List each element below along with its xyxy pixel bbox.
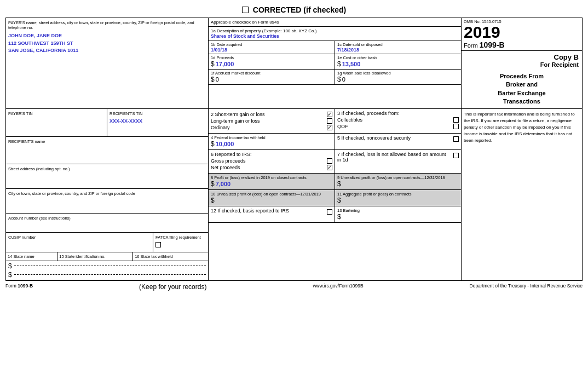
qof-checkbox[interactable]: [453, 124, 459, 129]
noncovered-cell: 5 If checked, noncovered security: [335, 134, 461, 149]
qof-row: QOF: [337, 124, 459, 129]
date-sold-label: 1c Date sold or disposed: [337, 42, 459, 47]
reported-cell: 6 Reported to IRS: Gross proceeds Net pr…: [209, 150, 335, 173]
footer: Form 1099-B (Keep for your records) www.…: [5, 283, 583, 291]
federal-tax-row: 4 Federal income tax withheld $ 10,000 5…: [209, 134, 461, 150]
short-term-row: 2 Short-term gain or loss: [211, 112, 332, 117]
ordinary-row: Ordinary: [211, 125, 332, 130]
profit-row: 8 Profit or (loss) realized in 2019 on c…: [209, 174, 461, 190]
ordinary-checkbox[interactable]: [327, 125, 332, 130]
form-top: PAYER'S name, street address, city or to…: [6, 18, 582, 109]
state-id-cell: 15 State identification no.: [57, 252, 133, 261]
proceeds-cell: 1d Proceeds $ 17,000: [209, 54, 335, 69]
basis-reported-checkbox[interactable]: [327, 209, 332, 215]
fatca-checkbox[interactable]: [155, 242, 161, 247]
basis-reported-label: 12 If checked, basis reported to IRS: [211, 208, 325, 214]
long-term-checkbox[interactable]: [327, 118, 332, 124]
state-name-cell: 14 State name: [6, 252, 57, 261]
cost-basis-label: 1e Cost or other basis: [337, 55, 459, 60]
bartering-value-row: $: [337, 213, 459, 221]
state-dollar1: $: [8, 262, 12, 270]
fatca-label: FATCA filing requirement: [155, 235, 201, 240]
footer-keep: (Keep for your records): [139, 283, 206, 291]
collectibles-checkbox[interactable]: [453, 117, 459, 123]
profit-2019-value-row: $ 7,000: [211, 180, 332, 188]
page-wrapper: CORRECTED (if checked) PAYER'S name, str…: [5, 5, 583, 291]
copy-b-block: Copy B For Recipient: [462, 51, 582, 70]
date-row: 1b Date acquired 1/01/18 1c Date sold or…: [209, 41, 461, 54]
short-term-checkbox[interactable]: [327, 112, 332, 117]
accrued-amount: 0: [216, 76, 219, 83]
unrealized-open-value-row: $: [337, 180, 459, 188]
copy-b-sub: For Recipient: [465, 61, 579, 68]
street-address-label: Street address (including apt. no.): [8, 166, 206, 171]
recipient-tin-label: RECIPIENT'S TIN: [109, 111, 206, 116]
date-sold-value: 7/18/2018: [337, 47, 459, 53]
cost-basis-dollar: $: [337, 60, 341, 68]
main-form: PAYER'S name, street address, city or to…: [5, 18, 583, 281]
dollar-row-2: $: [8, 271, 206, 279]
net-proceeds-row: Net proceeds: [211, 165, 332, 170]
date-acquired-label: 1b Date acquired: [211, 42, 332, 47]
loss-not-allowed-row: 7 If checked, loss is not allowed based …: [337, 152, 459, 163]
unrealized-2019-label: 10 Unrealized profit or (loss) on open c…: [211, 192, 332, 197]
account-number-row: Account number (see instructions): [6, 214, 208, 233]
corrected-label: CORRECTED (if checked): [253, 5, 346, 14]
loss-not-allowed-cell: 7 If checked, loss is not allowed based …: [335, 150, 461, 173]
ordinary-label: Ordinary: [211, 125, 325, 130]
federal-tax-dollar: $: [211, 140, 215, 148]
aggregate-dollar: $: [337, 197, 341, 204]
applicable-checkbox-row: Applicable checkbox on Form 8949: [209, 18, 461, 27]
footer-website: www.irs.gov/Form1099B: [313, 283, 363, 291]
title-line4: Transactions: [465, 97, 579, 106]
state-id-label: 15 State identification no.: [59, 254, 131, 259]
account-number-label: Account number (see instructions): [8, 216, 206, 221]
gain-loss-row: 2 Short-term gain or loss Long-term gain…: [209, 109, 461, 134]
recipient-tin-cell: RECIPIENT'S TIN XXX-XX-XXXX: [107, 109, 208, 136]
recipient-tin-value: XXX-XX-XXXX: [109, 118, 206, 124]
title-line2: Broker and: [465, 80, 579, 89]
proceeds-value-row: $ 17,000: [211, 60, 332, 68]
omb-year-row: 2019: [464, 24, 500, 41]
accrued-label: 1f Accrued market discount: [211, 71, 332, 76]
tin-row: PAYER'S TIN RECIPIENT'S TIN XXX-XX-XXXX: [6, 109, 208, 137]
corrected-checkbox[interactable]: [242, 7, 249, 13]
noncovered-checkbox[interactable]: [453, 136, 459, 142]
proceeds-label: 1d Proceeds: [211, 55, 332, 60]
form-label: Form: [464, 42, 478, 49]
left-body: PAYER'S TIN RECIPIENT'S TIN XXX-XX-XXXX …: [6, 109, 209, 280]
wash-sale-cell: 1g Wash sale loss disallowed $ 0: [335, 70, 461, 84]
unrealized-open-cell: 9 Unrealized profit or (loss) on open co…: [335, 174, 461, 189]
dollar-row-1: $: [8, 262, 206, 270]
middle-section: Applicable checkbox on Form 8949 1a Desc…: [209, 18, 462, 108]
federal-tax-amount: 10,000: [216, 141, 234, 147]
description-row: 1a Description of property (Example: 100…: [209, 27, 461, 41]
unrealized-2019-value-row: $: [211, 197, 332, 204]
accrued-row: 1f Accrued market discount $ 0 1g Wash s…: [209, 70, 461, 85]
aggregate-value-row: $: [337, 197, 459, 204]
collectibles-label: Collectibles: [337, 117, 451, 123]
accrued-dollar: $: [211, 76, 215, 83]
payer-name: JOHN DOE, JANE DOE 112 SOUTHWEST 159TH S…: [8, 32, 206, 55]
recipient-name-row: RECIPIENT'S name: [6, 137, 208, 164]
long-term-label: Long-term gain or loss: [211, 118, 325, 124]
profit-2019-cell: 8 Profit or (loss) realized in 2019 on c…: [209, 174, 335, 189]
city-zip-row: City or town, state or province, country…: [6, 189, 208, 214]
profit-2019-label: 8 Profit or (loss) realized in 2019 on c…: [211, 175, 332, 180]
cost-basis-value-row: $ 13,500: [337, 60, 459, 68]
payer-tin-label: PAYER'S TIN: [8, 111, 105, 116]
proceeds-dollar: $: [211, 60, 215, 68]
accrued-cell: 1f Accrued market discount $ 0: [209, 70, 335, 84]
federal-tax-label: 4 Federal income tax withheld: [211, 135, 332, 140]
gross-checkbox[interactable]: [327, 158, 332, 164]
city-zip-label: City or town, state or province, country…: [8, 191, 206, 196]
payer-label: PAYER'S name, street address, city or to…: [8, 20, 206, 30]
net-checkbox[interactable]: [327, 165, 332, 170]
footer-keep-label: (Keep for your records): [139, 283, 206, 291]
noncovered-row: 5 If checked, noncovered security: [337, 135, 459, 142]
copy-b-label: Copy B: [465, 53, 579, 61]
wash-sale-amount: 0: [342, 76, 345, 83]
footer-form-label: Form: [5, 283, 16, 289]
loss-checkbox[interactable]: [453, 153, 459, 158]
date-sold-cell: 1c Date sold or disposed 7/18/2018: [335, 41, 461, 54]
